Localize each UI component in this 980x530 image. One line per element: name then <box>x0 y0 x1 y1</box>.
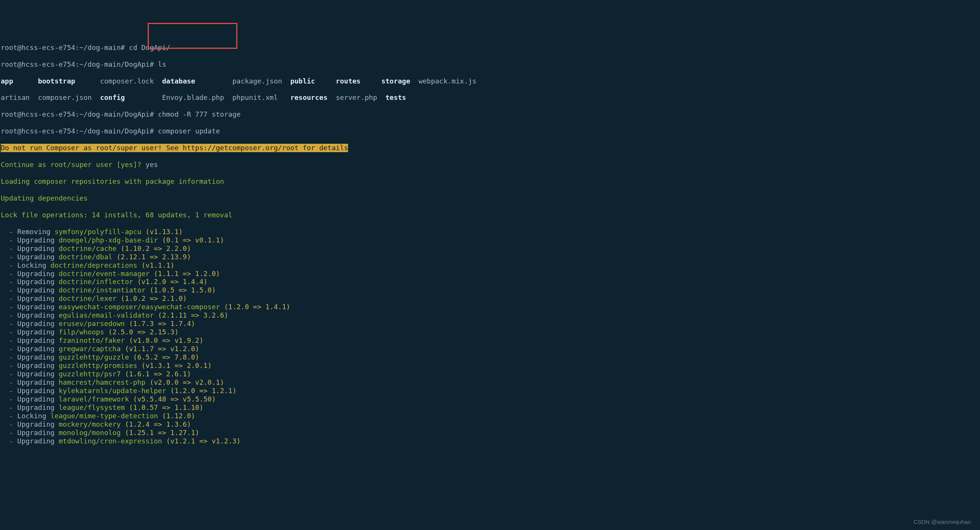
operation-row: - Upgrading mtdowling/cron-expression (v… <box>0 437 980 445</box>
operation-action: Upgrading <box>17 437 58 445</box>
dash: - <box>1 294 17 302</box>
operation-row: - Upgrading doctrine/dbal (2.12.1 => 2.1… <box>0 253 980 261</box>
package-name: fzaninotto/faker <box>59 336 125 344</box>
dash: - <box>1 253 17 261</box>
dash: - <box>1 361 17 369</box>
operation-row: - Upgrading mockery/mockery (1.2.4 => 1.… <box>0 420 980 429</box>
command-ls: ls <box>158 60 166 68</box>
operation-row: - Upgrading fzaninotto/faker (v1.8.0 => … <box>0 336 980 345</box>
dash: - <box>1 412 17 420</box>
version-change: (1.25.1 => 1.27.1) <box>125 429 199 437</box>
package-name: league/mime-type-detection <box>50 412 158 420</box>
dash: - <box>1 437 17 445</box>
operation-row: - Locking doctrine/deprecations (v1.1.1) <box>0 261 980 270</box>
dash: - <box>1 328 17 336</box>
version-change: (1.0.57 => 1.1.10) <box>129 403 203 411</box>
package-name: mtdowling/cron-expression <box>59 437 162 445</box>
command-chmod: chmod -R 777 storage <box>158 110 241 118</box>
operation-action: Locking <box>17 261 50 269</box>
lock-file-summary: Lock file operations: 14 installs, 68 up… <box>0 211 980 219</box>
package-name: guzzlehttp/guzzle <box>59 353 129 361</box>
operation-row: - Upgrading guzzlehttp/promises (v1.3.1 … <box>0 361 980 370</box>
package-name: symfony/polyfill-apcu <box>55 228 142 236</box>
operation-action: Upgrading <box>17 420 58 428</box>
operation-action: Upgrading <box>17 378 58 386</box>
version-change: (1.6.1 => 2.6.1) <box>125 370 191 378</box>
package-name: doctrine/inflector <box>59 278 133 286</box>
prompt: root@hcss-ecs-e754:~/dog-main/DogApi# <box>1 60 158 68</box>
version-change: (v1.1.1) <box>141 261 174 269</box>
version-change: (2.5.0 => 2.15.3) <box>108 328 179 336</box>
package-name: guzzlehttp/psr7 <box>59 370 121 378</box>
operation-row: - Upgrading doctrine/instantiator (1.0.5… <box>0 286 980 294</box>
composer-root-warning: Do not run Composer as root/super user! … <box>1 144 348 152</box>
package-name: easywechat-composer/easywechat-composer <box>59 303 220 311</box>
operation-row: - Upgrading guzzlehttp/psr7 (1.6.1 => 2.… <box>0 370 980 378</box>
operation-action: Upgrading <box>17 429 58 437</box>
prompt: root@hcss-ecs-e754:~/dog-main# <box>1 43 129 51</box>
version-change: (v1.2.1 => v1.2.3) <box>166 437 241 445</box>
terminal-output[interactable]: root@hcss-ecs-e754:~/dog-main# cd DogApi… <box>0 35 980 454</box>
dash: - <box>1 345 17 353</box>
version-change: (v1.2.0 => 1.4.4) <box>137 278 208 286</box>
dash: - <box>1 311 17 319</box>
version-change: (1.2.0 => 1.4.1) <box>224 303 290 311</box>
operation-row: - Upgrading doctrine/cache (1.10.2 => 2.… <box>0 244 980 253</box>
package-name: erusev/parsedown <box>59 320 125 328</box>
package-name: filp/whoops <box>59 328 104 336</box>
updating-deps: Updating dependencies <box>0 194 980 202</box>
operation-action: Upgrading <box>17 345 58 353</box>
dash: - <box>1 278 17 286</box>
dash: - <box>1 370 17 378</box>
operation-action: Upgrading <box>17 353 58 361</box>
prompt: root@hcss-ecs-e754:~/dog-main/DogApi# <box>1 127 158 135</box>
ls-output-row: app bootstrap composer.lock database pac… <box>0 77 980 85</box>
operation-row: - Upgrading laravel/framework (v5.5.48 =… <box>0 395 980 403</box>
operation-row: - Removing symfony/polyfill-apcu (v1.13.… <box>0 228 980 236</box>
version-change: (1.10.2 => 2.2.0) <box>121 244 191 252</box>
operation-action: Upgrading <box>17 244 58 252</box>
dash: - <box>1 378 17 386</box>
version-change: (1.0.5 => 1.5.0) <box>150 286 216 294</box>
operation-row: - Upgrading monolog/monolog (1.25.1 => 1… <box>0 429 980 437</box>
operation-row: - Upgrading filp/whoops (2.5.0 => 2.15.3… <box>0 328 980 336</box>
operation-row: - Upgrading dnoegel/php-xdg-base-dir (0.… <box>0 236 980 244</box>
operation-row: - Locking league/mime-type-detection (1.… <box>0 412 980 420</box>
operation-row: - Upgrading gregwar/captcha (v1.1.7 => v… <box>0 345 980 353</box>
operation-row: - Upgrading erusev/parsedown (1.7.3 => 1… <box>0 320 980 328</box>
package-name: monolog/monolog <box>59 429 121 437</box>
package-name: doctrine/event-manager <box>59 270 150 278</box>
dash: - <box>1 236 17 244</box>
operation-row: - Upgrading league/flysystem (1.0.57 => … <box>0 403 980 412</box>
operation-action: Upgrading <box>17 328 58 336</box>
operation-row: - Upgrading hamcrest/hamcrest-php (v2.0.… <box>0 378 980 387</box>
package-name: laravel/framework <box>59 395 129 403</box>
continue-answer: yes <box>145 161 158 169</box>
dash: - <box>1 403 17 411</box>
dash: - <box>1 270 17 278</box>
dash: - <box>1 244 17 252</box>
package-name: gregwar/captcha <box>59 345 121 353</box>
package-name: doctrine/dbal <box>59 253 113 261</box>
version-change: (1.1.1 => 1.2.0) <box>154 270 220 278</box>
package-name: egulias/email-validator <box>59 311 154 319</box>
version-change: (1.0.2 => 2.1.0) <box>121 294 187 302</box>
version-change: (v1.1.7 => v1.2.0) <box>125 345 199 353</box>
operation-action: Upgrading <box>17 395 58 403</box>
package-name: doctrine/instantiator <box>59 286 146 294</box>
package-name: mockery/mockery <box>59 420 121 428</box>
operation-action: Upgrading <box>17 320 58 328</box>
package-name: doctrine/lexer <box>59 294 117 302</box>
package-name: doctrine/cache <box>59 244 117 252</box>
dash: - <box>1 420 17 428</box>
dash: - <box>1 336 17 344</box>
version-change: (v2.0.0 => v2.0.1) <box>150 378 224 386</box>
dash: - <box>1 228 17 236</box>
package-name: hamcrest/hamcrest-php <box>59 378 146 386</box>
operation-row: - Upgrading doctrine/event-manager (1.1.… <box>0 270 980 278</box>
package-name: kylekatarnls/update-helper <box>59 387 166 395</box>
operation-action: Upgrading <box>17 361 58 369</box>
version-change: (v1.8.0 => v1.9.2) <box>129 336 203 344</box>
loading-repos: Loading composer repositories with packa… <box>0 177 980 186</box>
version-change: (1.12.0) <box>162 412 195 420</box>
